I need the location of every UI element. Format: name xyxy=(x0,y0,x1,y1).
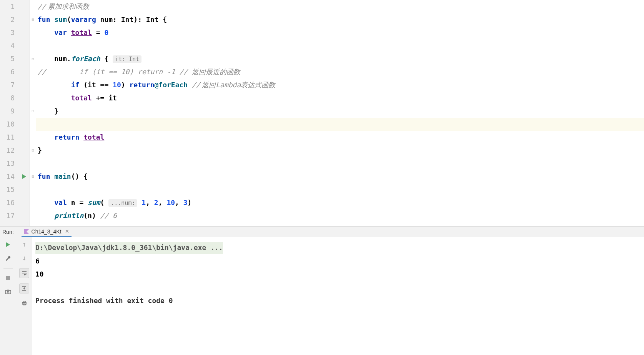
console-output: 6 xyxy=(32,255,644,268)
line-number: 14 xyxy=(0,170,15,183)
line-number: 10 xyxy=(0,118,15,131)
fold-close-icon[interactable]: ⊟ xyxy=(32,109,34,113)
code-line xyxy=(36,157,644,170)
line-number: 9 xyxy=(0,105,15,118)
svg-marker-2 xyxy=(6,242,10,247)
svg-marker-1 xyxy=(24,229,29,234)
line-number: 15 xyxy=(0,183,15,196)
divider xyxy=(3,268,13,268)
code-line: var total = 0 xyxy=(36,26,644,39)
line-number: 8 xyxy=(0,92,15,105)
line-number: 17 xyxy=(0,209,15,222)
wrench-icon[interactable] xyxy=(4,254,12,263)
parameter-hint: it: Int xyxy=(113,55,141,63)
fold-open-icon[interactable]: ⊟ xyxy=(32,175,34,178)
line-number-gutter: 1 2 3 4 5 6 7 8 9 10 11 12 13 14 15 16 1… xyxy=(0,0,18,226)
run-toolbar-left2 xyxy=(16,237,32,355)
code-line: } xyxy=(36,105,644,118)
parameter-hint: ...num: xyxy=(108,199,137,207)
line-number: 6 xyxy=(0,65,15,78)
code-line: val n = sum( ...num: 1, 2, 10, 3) xyxy=(36,196,644,209)
code-line: fun sum(vararg num: Int): Int { xyxy=(36,13,644,26)
code-editor[interactable]: 1 2 3 4 5 6 7 8 9 10 11 12 13 14 15 16 1… xyxy=(0,0,644,226)
console-exit-line: Process finished with exit code 0 xyxy=(32,294,644,308)
run-toolbar-left xyxy=(0,237,16,355)
line-number: 16 xyxy=(0,196,15,209)
code-line: // 累加求和函数 xyxy=(36,0,644,13)
run-tab-label: Ch14_3_4Kt xyxy=(32,228,62,235)
fold-open-icon[interactable]: ⊟ xyxy=(32,18,34,22)
run-gutter xyxy=(18,0,30,226)
soft-wrap-icon[interactable] xyxy=(19,268,29,278)
svg-rect-8 xyxy=(23,301,25,302)
console-output: 10 xyxy=(32,268,644,281)
line-number: 3 xyxy=(0,26,15,39)
kotlin-file-icon xyxy=(24,229,29,234)
run-tool-window: Run: Ch14_3_4Kt ✕ D:\Develop\Java\jdk1.8… xyxy=(0,226,644,355)
run-console[interactable]: D:\Develop\Java\jdk1.8.0_361\bin\java.ex… xyxy=(32,237,644,355)
arrow-down-icon[interactable] xyxy=(20,254,28,263)
fold-open-icon[interactable]: ⊟ xyxy=(32,57,34,61)
rerun-icon[interactable] xyxy=(4,240,12,249)
svg-rect-6 xyxy=(7,290,9,290)
console-command: D:\Develop\Java\jdk1.8.0_361\bin\java.ex… xyxy=(35,242,223,254)
code-line xyxy=(36,39,644,52)
code-line-current xyxy=(36,118,644,131)
line-number: 4 xyxy=(0,39,15,52)
line-number: 12 xyxy=(0,144,15,157)
run-label: Run: xyxy=(2,229,14,235)
fold-close-icon[interactable]: ⊟ xyxy=(32,148,34,152)
code-line: num.forEach { it: Int xyxy=(36,52,644,65)
line-number: 7 xyxy=(0,78,15,92)
svg-point-5 xyxy=(7,291,9,293)
code-line: total += it xyxy=(36,92,644,105)
run-gutter-icon[interactable] xyxy=(22,174,27,179)
run-header: Run: Ch14_3_4Kt ✕ xyxy=(0,227,644,237)
print-icon[interactable] xyxy=(20,299,28,307)
close-icon[interactable]: ✕ xyxy=(65,228,69,234)
line-number: 2 xyxy=(0,13,15,26)
console-output xyxy=(32,281,644,295)
code-line: return total xyxy=(36,131,644,144)
code-line: } xyxy=(36,144,644,157)
code-line: // if (it == 10) return -1 // 返回最近的函数 xyxy=(36,65,644,78)
scroll-to-end-icon[interactable] xyxy=(19,283,29,293)
fold-gutter: ⊟ ⊟ ⊟ ⊟ ⊟ xyxy=(30,0,36,226)
line-number: 11 xyxy=(0,131,15,144)
line-number: 5 xyxy=(0,52,15,65)
code-line xyxy=(36,183,644,196)
svg-rect-3 xyxy=(6,276,10,280)
code-area[interactable]: // 累加求和函数 fun sum(vararg num: Int): Int … xyxy=(36,0,644,226)
run-tab[interactable]: Ch14_3_4Kt ✕ xyxy=(22,227,72,237)
stop-icon[interactable] xyxy=(4,274,12,282)
arrow-up-icon[interactable] xyxy=(20,240,28,249)
line-number: 13 xyxy=(0,157,15,170)
camera-icon[interactable] xyxy=(4,288,12,296)
line-number: 1 xyxy=(0,0,15,13)
code-line: if (it == 10) return@forEach // 返回Lambda… xyxy=(36,78,644,92)
code-line: fun main() { xyxy=(36,170,644,183)
code-line: println(n) // 6 xyxy=(36,209,644,222)
svg-marker-0 xyxy=(22,174,26,179)
